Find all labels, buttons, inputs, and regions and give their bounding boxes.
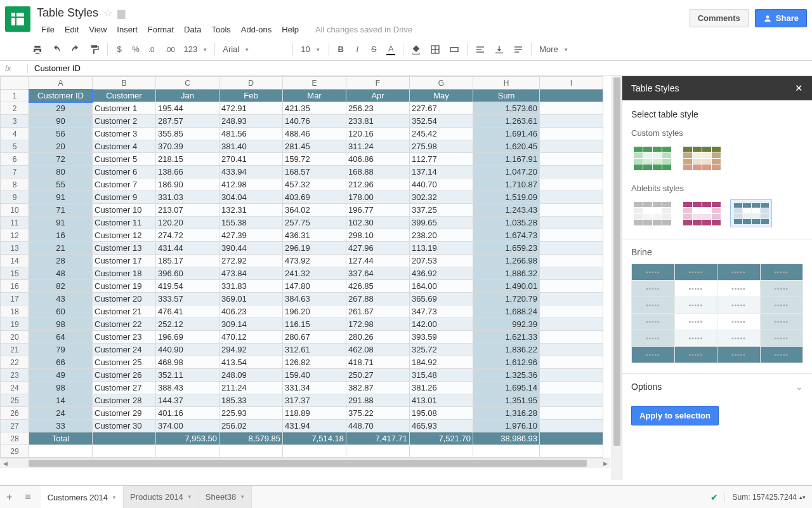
cell[interactable]: Customer 11	[93, 217, 156, 229]
cell[interactable]: 370.39	[156, 140, 219, 153]
redo-icon[interactable]	[67, 41, 84, 58]
cell[interactable]: 8,579.85	[219, 432, 283, 445]
cell[interactable]: 364.02	[283, 204, 346, 217]
cell[interactable]: 24	[29, 407, 93, 420]
print-icon[interactable]	[29, 41, 46, 58]
cell[interactable]: 421.35	[283, 102, 346, 115]
cell[interactable]: 241.32	[283, 267, 346, 280]
cell[interactable]: Customer 7	[93, 178, 156, 191]
cell[interactable]: 213.07	[156, 204, 219, 217]
cell[interactable]: 91	[29, 191, 93, 204]
currency-button[interactable]: $	[112, 41, 127, 58]
cell[interactable]: 406.23	[219, 305, 283, 318]
cell[interactable]: 1,266.98	[473, 255, 540, 267]
dec-decrease-button[interactable]: .0	[145, 41, 160, 58]
options-toggle[interactable]: Options ⌄	[622, 373, 812, 399]
cell[interactable]: 43	[29, 293, 93, 305]
cell[interactable]: 436.31	[283, 229, 346, 242]
row-header[interactable]: 21	[1, 344, 29, 356]
cell[interactable]: 472.91	[219, 102, 283, 115]
col-header[interactable]: I	[540, 77, 603, 90]
merge-button[interactable]	[445, 41, 463, 58]
row-header[interactable]: 13	[1, 242, 29, 255]
row-header[interactable]: 3	[1, 115, 29, 128]
cell[interactable]: 331.03	[156, 191, 219, 204]
cell[interactable]: 207.53	[410, 255, 473, 267]
cell[interactable]: 270.41	[219, 153, 283, 166]
row-header[interactable]: 20	[1, 331, 29, 344]
menu-help[interactable]: Help	[277, 23, 303, 36]
cell[interactable]: 211.24	[219, 382, 283, 394]
cell[interactable]: Customer 23	[93, 331, 156, 344]
row-header[interactable]: 1	[1, 90, 29, 102]
cell[interactable]: 250.27	[346, 369, 410, 382]
cell[interactable]: 1,325.36	[473, 369, 540, 382]
cell[interactable]: 1,691.46	[473, 128, 540, 140]
cell[interactable]: 337.25	[410, 204, 473, 217]
col-header[interactable]: F	[346, 77, 410, 90]
menu-view[interactable]: View	[84, 23, 111, 36]
cell[interactable]: 82	[29, 280, 93, 293]
cell[interactable]: Customer 18	[93, 267, 156, 280]
style-thumb-green[interactable]	[631, 144, 673, 172]
row-header[interactable]: 29	[1, 445, 29, 458]
cell[interactable]: 396.60	[156, 267, 219, 280]
cell[interactable]: 413.54	[219, 356, 283, 369]
cell[interactable]: 992.39	[473, 318, 540, 331]
cell[interactable]: 7,521.70	[410, 432, 473, 445]
cell[interactable]: 374.00	[156, 420, 219, 432]
menu-format[interactable]: Format	[143, 23, 178, 36]
apply-button[interactable]: Apply to selection	[631, 406, 719, 425]
row-header[interactable]: 14	[1, 255, 29, 267]
cell[interactable]: Sum	[473, 90, 540, 102]
cell[interactable]: 1,695.14	[473, 382, 540, 394]
cell[interactable]: 369.01	[219, 293, 283, 305]
cell[interactable]: 38,986.93	[473, 432, 540, 445]
cell[interactable]: 401.16	[156, 407, 219, 420]
cell[interactable]: 280.67	[283, 331, 346, 344]
cell[interactable]: 294.92	[219, 344, 283, 356]
cell[interactable]: 406.86	[346, 153, 410, 166]
cell[interactable]: 159.72	[283, 153, 346, 166]
sheet-tab[interactable]: Customers 2014▼	[41, 486, 124, 508]
cell[interactable]: 433.94	[219, 166, 283, 178]
cell[interactable]: Customer 9	[93, 191, 156, 204]
cell[interactable]: 29	[29, 102, 93, 115]
cell[interactable]: 195.44	[156, 102, 219, 115]
cell[interactable]: 304.04	[219, 191, 283, 204]
cell[interactable]: 227.67	[410, 102, 473, 115]
style-thumb-pink[interactable]	[681, 199, 723, 227]
cell[interactable]: 64	[29, 331, 93, 344]
cell[interactable]: 418.71	[346, 356, 410, 369]
cell[interactable]: 116.15	[283, 318, 346, 331]
cell[interactable]: 1,573.60	[473, 102, 540, 115]
cell[interactable]: 195.08	[410, 407, 473, 420]
star-icon[interactable]: ☆	[103, 7, 112, 19]
cell[interactable]: 337.64	[346, 267, 410, 280]
cell[interactable]: 462.08	[346, 344, 410, 356]
cell[interactable]: 390.44	[219, 242, 283, 255]
style-thumb-olive[interactable]	[681, 144, 723, 172]
row-header[interactable]: 16	[1, 280, 29, 293]
cell[interactable]: 465.93	[410, 420, 473, 432]
cell[interactable]: 196.20	[283, 305, 346, 318]
col-header[interactable]: E	[283, 77, 346, 90]
cell[interactable]: 212.96	[346, 178, 410, 191]
cell[interactable]: 126.82	[283, 356, 346, 369]
cell[interactable]: 331.83	[219, 280, 283, 293]
cell[interactable]: Customer 1	[93, 102, 156, 115]
cell[interactable]: 333.57	[156, 293, 219, 305]
cell[interactable]: 56	[29, 128, 93, 140]
cell[interactable]: 1,316.28	[473, 407, 540, 420]
cell[interactable]: 48	[29, 267, 93, 280]
menu-file[interactable]: File	[37, 23, 59, 36]
row-header[interactable]: 22	[1, 356, 29, 369]
row-header[interactable]: 15	[1, 267, 29, 280]
cell[interactable]: 248.09	[219, 369, 283, 382]
strike-button[interactable]: S	[366, 41, 381, 58]
cell[interactable]: 144.37	[156, 394, 219, 407]
cell[interactable]: 473.84	[219, 267, 283, 280]
cell[interactable]: 113.19	[410, 242, 473, 255]
cell[interactable]: 238.20	[410, 229, 473, 242]
font-select[interactable]: Arial	[219, 43, 289, 56]
